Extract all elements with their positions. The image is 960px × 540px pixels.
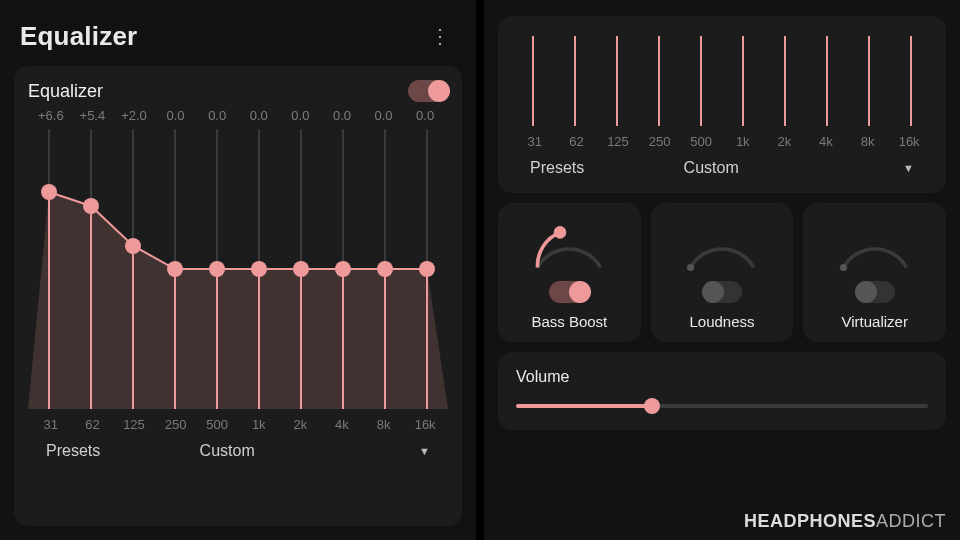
eq-gain-readout: +2.0 xyxy=(113,108,155,123)
eq-freq-label: 1k xyxy=(238,417,280,432)
eq-sliders xyxy=(28,129,448,409)
volume-card: Volume xyxy=(498,352,946,430)
eq-band-slider[interactable] xyxy=(426,129,428,409)
eq-freq-label: 16k xyxy=(404,417,446,432)
eq-band-slider[interactable] xyxy=(300,129,302,409)
equalizer-card-title: Equalizer xyxy=(28,81,103,102)
eq-gain-readout: 0.0 xyxy=(363,108,405,123)
eq-band-slider[interactable] xyxy=(384,129,386,409)
eq-gain-readout: +5.4 xyxy=(72,108,114,123)
eq-freq-label: 500 xyxy=(680,134,722,149)
eq-freq-label: 1k xyxy=(722,134,764,149)
eq-band-slider[interactable] xyxy=(742,36,744,126)
svg-point-3 xyxy=(840,264,847,271)
eq-freq-label: 8k xyxy=(363,417,405,432)
eq-band-slider[interactable] xyxy=(868,36,870,126)
eq-freq-label: 2k xyxy=(764,134,806,149)
loudness-label: Loudness xyxy=(689,313,754,330)
virtualizer-card: Virtualizer xyxy=(803,203,946,342)
eq-freq-label: 125 xyxy=(597,134,639,149)
eq-freq-label: 125 xyxy=(113,417,155,432)
eq-band-slider[interactable] xyxy=(342,129,344,409)
chevron-down-icon: ▼ xyxy=(419,445,430,457)
eq-freq-label: 4k xyxy=(805,134,847,149)
volume-label: Volume xyxy=(516,368,928,386)
page-title: Equalizer xyxy=(20,21,137,52)
eq-band-slider[interactable] xyxy=(216,129,218,409)
eq-freq-label: 31 xyxy=(514,134,556,149)
eq-band-slider[interactable] xyxy=(910,36,912,126)
more-icon[interactable]: ⋮ xyxy=(424,20,456,52)
eq-band-slider[interactable] xyxy=(574,36,576,126)
equalizer-toggle[interactable] xyxy=(408,80,448,102)
preset-selector[interactable]: Custom ▼ xyxy=(200,442,430,460)
eq-gain-readout: 0.0 xyxy=(280,108,322,123)
bass-boost-label: Bass Boost xyxy=(531,313,607,330)
eq-band-slider[interactable] xyxy=(532,36,534,126)
eq-sliders-compact xyxy=(512,36,932,126)
presets-label-compact: Presets xyxy=(530,159,684,177)
eq-gain-readout: 0.0 xyxy=(155,108,197,123)
svg-point-1 xyxy=(554,226,567,239)
eq-gain-readout: 0.0 xyxy=(238,108,280,123)
eq-freq-label: 62 xyxy=(556,134,598,149)
eq-band-slider[interactable] xyxy=(700,36,702,126)
eq-freq-label: 2k xyxy=(280,417,322,432)
eq-gain-readout: 0.0 xyxy=(404,108,446,123)
preset-selected-value: Custom xyxy=(200,442,255,460)
presets-row: Presets Custom ▼ xyxy=(28,432,448,466)
presets-row-compact: Presets Custom ▼ xyxy=(512,149,932,183)
bass-boost-toggle[interactable] xyxy=(549,281,589,303)
eq-band-slider[interactable] xyxy=(258,129,260,409)
eq-freq-label: 31 xyxy=(30,417,72,432)
bass-boost-card: Bass Boost xyxy=(498,203,641,342)
eq-band-slider[interactable] xyxy=(174,129,176,409)
equalizer-card-compact: 31621252505001k2k4k8k16k Presets Custom … xyxy=(498,16,946,193)
eq-freq-label: 8k xyxy=(847,134,889,149)
page-header: Equalizer ⋮ xyxy=(14,16,462,66)
virtualizer-dial[interactable] xyxy=(830,217,920,273)
eq-frequency-labels: 31621252505001k2k4k8k16k xyxy=(28,417,448,432)
eq-freq-label: 16k xyxy=(888,134,930,149)
virtualizer-toggle[interactable] xyxy=(855,281,895,303)
chevron-down-icon: ▼ xyxy=(903,162,914,174)
eq-band-slider[interactable] xyxy=(826,36,828,126)
bass-boost-dial[interactable] xyxy=(524,217,614,273)
eq-freq-label: 250 xyxy=(639,134,681,149)
eq-freq-label: 500 xyxy=(196,417,238,432)
equalizer-card: Equalizer +6.6+5.4+2.00.00.00.00.00.00.0… xyxy=(14,66,462,526)
eq-frequency-labels-compact: 31621252505001k2k4k8k16k xyxy=(512,134,932,149)
eq-band-slider[interactable] xyxy=(90,129,92,409)
eq-band-slider[interactable] xyxy=(658,36,660,126)
left-panel: Equalizer ⋮ Equalizer +6.6+5.4+2.00.00.0… xyxy=(0,0,480,540)
watermark: HEADPHONESADDICT xyxy=(744,511,946,532)
equalizer-card-header: Equalizer xyxy=(28,80,448,102)
eq-gain-readout: +6.6 xyxy=(30,108,72,123)
eq-freq-label: 62 xyxy=(72,417,114,432)
eq-band-slider[interactable] xyxy=(132,129,134,409)
eq-gain-readout-row: +6.6+5.4+2.00.00.00.00.00.00.00.0 xyxy=(28,108,448,123)
eq-band-slider[interactable] xyxy=(616,36,618,126)
svg-point-2 xyxy=(687,264,694,271)
loudness-dial[interactable] xyxy=(677,217,767,273)
effects-row: Bass Boost Loudness Virtualizer xyxy=(498,203,946,342)
eq-gain-readout: 0.0 xyxy=(321,108,363,123)
eq-band-slider[interactable] xyxy=(784,36,786,126)
volume-slider[interactable] xyxy=(516,404,928,408)
preset-selected-value-compact: Custom xyxy=(684,159,739,177)
eq-band-slider[interactable] xyxy=(48,129,50,409)
preset-selector-compact[interactable]: Custom ▼ xyxy=(684,159,914,177)
loudness-toggle[interactable] xyxy=(702,281,742,303)
presets-label: Presets xyxy=(46,442,200,460)
eq-freq-label: 250 xyxy=(155,417,197,432)
loudness-card: Loudness xyxy=(651,203,794,342)
virtualizer-label: Virtualizer xyxy=(841,313,907,330)
eq-gain-readout: 0.0 xyxy=(196,108,238,123)
right-panel: 31621252505001k2k4k8k16k Presets Custom … xyxy=(480,0,960,540)
eq-freq-label: 4k xyxy=(321,417,363,432)
